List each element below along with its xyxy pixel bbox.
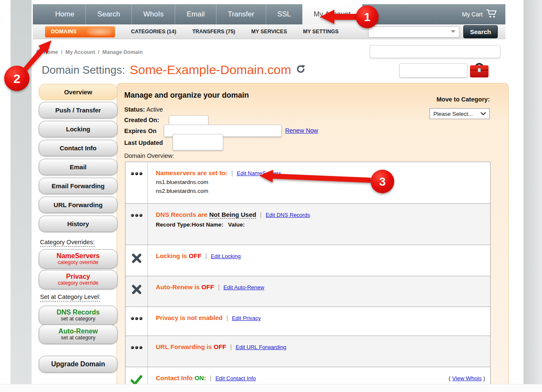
row-title: DNS Records are bbox=[156, 211, 208, 218]
right-margin-strip bbox=[523, 0, 542, 384]
row-status-off: OFF bbox=[189, 252, 201, 259]
edit-nameservers-link[interactable]: Edit NameServers bbox=[237, 170, 281, 176]
row-title: Contact Info bbox=[156, 374, 193, 381]
page-title-prefix: Domain Settings: bbox=[42, 64, 125, 77]
nav-tab-whois[interactable]: WhoIs bbox=[131, 4, 175, 24]
nav-tab-home[interactable]: Home bbox=[44, 4, 85, 24]
status-line: Status: Active bbox=[124, 106, 163, 113]
move-to-category-label: Move to Category: bbox=[426, 96, 490, 103]
content-heading: Manage and organize your domain bbox=[124, 91, 249, 100]
renew-now-wrap: Renew Now bbox=[285, 127, 318, 134]
row-title: Auto-Renew is bbox=[156, 283, 200, 291]
redacted-updated-date bbox=[173, 134, 223, 150]
sidebar-item-email-forwarding[interactable]: Email Forwarding bbox=[39, 178, 117, 194]
x-mark-icon bbox=[125, 276, 148, 307]
domain-search-combobox[interactable] bbox=[368, 26, 459, 37]
view-whois-link[interactable]: View Whois bbox=[452, 375, 481, 381]
ellipsis-icon bbox=[125, 204, 148, 245]
nav-tab-my-account[interactable]: My Account bbox=[302, 4, 362, 24]
breadcrumb-separator: / bbox=[61, 49, 62, 55]
status-value: Active bbox=[146, 106, 163, 113]
row-title: URL Forwarding is bbox=[156, 343, 212, 350]
renew-now-link[interactable]: Renew Now bbox=[285, 127, 318, 134]
domain-overview-label: Domain Overview: bbox=[124, 152, 174, 159]
dns-record-columns: Record Type:Host Name: Value: bbox=[156, 221, 484, 228]
subnav-tab-categories[interactable]: CATEGORIES (14) bbox=[131, 29, 176, 35]
x-mark-icon bbox=[125, 245, 148, 276]
toolbox-icon[interactable] bbox=[469, 61, 489, 81]
my-cart-button[interactable]: My Cart bbox=[462, 4, 498, 24]
ellipsis-icon bbox=[125, 162, 148, 203]
page-title: Domain Settings: Some-Example-Domain.com bbox=[42, 63, 306, 77]
ellipsis-icon bbox=[125, 336, 148, 367]
subnav-tab-domains[interactable]: DOMAINS bbox=[45, 26, 115, 37]
table-row-url-forwarding: URL Forwarding is OFF | Edit URL Forward… bbox=[125, 336, 490, 367]
edit-url-forwarding-link[interactable]: Edit URL Forwarding bbox=[236, 344, 286, 350]
table-row-locking: Locking is OFF | Edit Locking bbox=[125, 245, 490, 276]
breadcrumb-manage-domain[interactable]: Manage Domain bbox=[102, 49, 143, 55]
table-row-dns-records: DNS Records are Not Being Used | Edit DN… bbox=[125, 203, 490, 245]
breadcrumb-my-account[interactable]: My Account bbox=[65, 49, 95, 55]
search-button[interactable]: Search bbox=[463, 25, 498, 38]
refresh-icon[interactable] bbox=[296, 64, 306, 76]
upgrade-domain-button[interactable]: Upgrade Domain bbox=[39, 356, 117, 373]
edit-auto-renew-link[interactable]: Edit Auto-Renew bbox=[224, 284, 264, 291]
category-overrides-label: Category Overrides: bbox=[40, 239, 95, 245]
sidebar-item-url-forwarding[interactable]: URL Forwarding bbox=[39, 197, 117, 213]
breadcrumb-home[interactable]: Home bbox=[43, 49, 58, 55]
sidebar-item-privacy-override[interactable]: Privacy category override bbox=[39, 270, 117, 289]
sidebar-item-push-transfer[interactable]: Push / Transfer bbox=[39, 102, 117, 118]
subnav-tab-my-services[interactable]: MY SERVICES bbox=[251, 29, 287, 35]
ellipsis-icon bbox=[125, 307, 148, 336]
category-select[interactable]: Please Select... bbox=[430, 108, 490, 119]
row-status-off: OFF bbox=[214, 343, 226, 350]
sidebar-item-dns-records-category[interactable]: DNS Records set at category bbox=[39, 306, 117, 325]
breadcrumb: Home / My Account / Manage Domain bbox=[35, 49, 143, 55]
nameserver-1: ns1.bluestardns.com bbox=[156, 179, 484, 185]
sidebar-item-email[interactable]: Email bbox=[39, 159, 117, 175]
breadcrumb-separator: / bbox=[98, 49, 99, 55]
sidebar-item-auto-renew-category[interactable]: Auto-Renew set at category bbox=[39, 325, 117, 344]
nav-tab-search[interactable]: Search bbox=[85, 4, 131, 24]
edit-locking-link[interactable]: Edit Locking bbox=[211, 253, 241, 259]
subnav-tab-my-settings[interactable]: MY SETTINGS bbox=[303, 29, 339, 35]
redacted-count-blur bbox=[87, 28, 112, 36]
row-emphasis: Not Being Used bbox=[209, 211, 256, 219]
redacted-domain-box bbox=[399, 63, 467, 77]
nameserver-2: ns2.bluestardns.com bbox=[156, 188, 484, 194]
screenshot-stage: Home Search WhoIs Email Transfer SSL My … bbox=[0, 0, 542, 392]
table-row-auto-renew: Auto-Renew is OFF | Edit Auto-Renew bbox=[125, 276, 490, 307]
sidebar-item-nameservers-override[interactable]: NameServers category override bbox=[39, 249, 117, 269]
nav-tabs: Home Search WhoIs Email Transfer SSL My … bbox=[44, 4, 362, 24]
nav-tab-transfer[interactable]: Transfer bbox=[216, 4, 266, 24]
edit-privacy-link[interactable]: Edit Privacy bbox=[232, 315, 261, 321]
expires-on-label: Expires On bbox=[124, 128, 157, 134]
redacted-info-box bbox=[370, 45, 500, 58]
subnav-tab-transfers[interactable]: TRANSFERS (75) bbox=[192, 29, 235, 35]
view-whois-wrap: ( View Whois ) bbox=[449, 375, 485, 381]
chevron-down-icon bbox=[481, 112, 486, 115]
bottom-cutoff-strip bbox=[0, 384, 542, 392]
table-row-nameservers: Nameservers are set to: | Edit NameServe… bbox=[125, 162, 490, 203]
sidebar-item-locking[interactable]: Locking bbox=[39, 121, 117, 137]
sidebar-item-contact-info[interactable]: Contact Info bbox=[39, 140, 117, 156]
edit-dns-records-link[interactable]: Edit DNS Records bbox=[266, 212, 310, 218]
set-at-category-label: Set at Category Level: bbox=[40, 293, 100, 300]
left-margin-strip bbox=[11, 0, 32, 384]
row-status-on: ON: bbox=[195, 374, 206, 381]
domain-name: Some-Example-Domain.com bbox=[130, 63, 291, 77]
top-navbar: Home Search WhoIs Email Transfer SSL My … bbox=[33, 4, 505, 24]
chevron-down-icon bbox=[451, 30, 455, 33]
sidebar-item-overview[interactable]: Overview bbox=[39, 84, 117, 100]
table-row-privacy: Privacy is not enabled | Edit Privacy bbox=[125, 307, 490, 336]
sidebar-item-history[interactable]: History bbox=[39, 216, 117, 232]
nav-tab-email[interactable]: Email bbox=[175, 4, 216, 24]
edit-contact-info-link[interactable]: Edit Contact Info bbox=[215, 375, 256, 381]
home-icon bbox=[35, 49, 40, 55]
account-subnav: DOMAINS CATEGORIES (14) TRANSFERS (75) M… bbox=[33, 24, 505, 39]
domain-overview-table: Nameservers are set to: | Edit NameServe… bbox=[125, 162, 491, 392]
category-select-value: Please Select... bbox=[433, 111, 473, 117]
my-cart-label: My Cart bbox=[462, 11, 483, 18]
nav-tab-ssl[interactable]: SSL bbox=[266, 4, 302, 24]
last-updated-label: Last Updated bbox=[124, 139, 163, 146]
